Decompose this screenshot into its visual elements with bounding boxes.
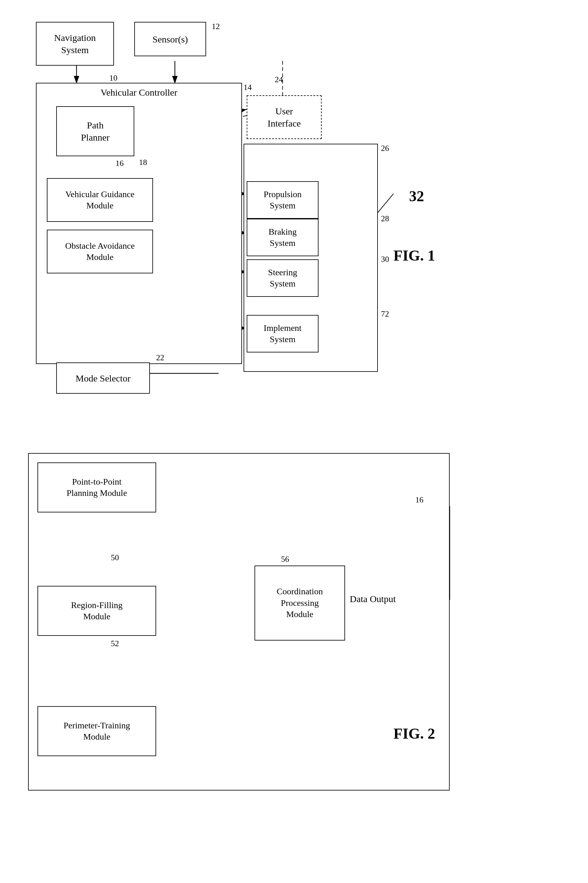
fig2-label-16: 16	[416, 495, 423, 505]
label-28: 28	[381, 214, 389, 223]
coordination-processing-box: CoordinationProcessingModule	[255, 566, 345, 641]
fig2-label: FIG. 2	[393, 725, 435, 742]
implement-system-box: ImplementSystem	[247, 315, 318, 352]
point-to-point-box: Point-to-PointPlanning Module	[38, 462, 156, 513]
region-filling-box: Region-FillingModule	[38, 586, 156, 636]
braking-system-box: BrakingSystem	[247, 219, 318, 256]
label-14: 14	[244, 83, 252, 92]
mode-selector-box: Mode Selector	[56, 363, 150, 394]
label-26: 26	[381, 144, 389, 153]
label-32: 32	[409, 188, 424, 205]
label-52: 52	[111, 639, 119, 648]
label-50: 50	[111, 553, 119, 563]
label-30: 30	[381, 255, 389, 264]
data-output-label: Data Output	[350, 594, 396, 604]
label-12: 12	[212, 22, 220, 31]
vehicular-guidance-box: Vehicular GuidanceModule	[47, 178, 153, 222]
sensors-box: Sensor(s)	[134, 22, 206, 56]
label-10: 10	[109, 74, 117, 83]
steering-system-box: SteeringSystem	[247, 259, 318, 297]
fig1-label: FIG. 1	[393, 247, 435, 264]
propulsion-system-box: PropulsionSystem	[247, 181, 318, 219]
label-16: 16	[116, 159, 124, 168]
label-72: 72	[381, 309, 389, 319]
obstacle-avoidance-box: Obstacle AvoidanceModule	[47, 230, 153, 274]
figure-1: Navigation System Sensor(s) 12 10 Vehicu…	[19, 12, 574, 419]
user-interface-box: UserInterface	[247, 95, 322, 139]
figure-2: Point-to-PointPlanning Module 50 52 Regi…	[19, 444, 574, 818]
label-22: 22	[156, 353, 164, 363]
navigation-system-box: Navigation System	[36, 22, 114, 66]
perimeter-training-box: Perimeter-TrainingModule	[38, 706, 156, 756]
path-planner-box: PathPlanner	[56, 106, 134, 156]
label-18: 18	[139, 158, 147, 167]
label-56: 56	[281, 555, 289, 564]
label-24: 24	[275, 75, 283, 84]
